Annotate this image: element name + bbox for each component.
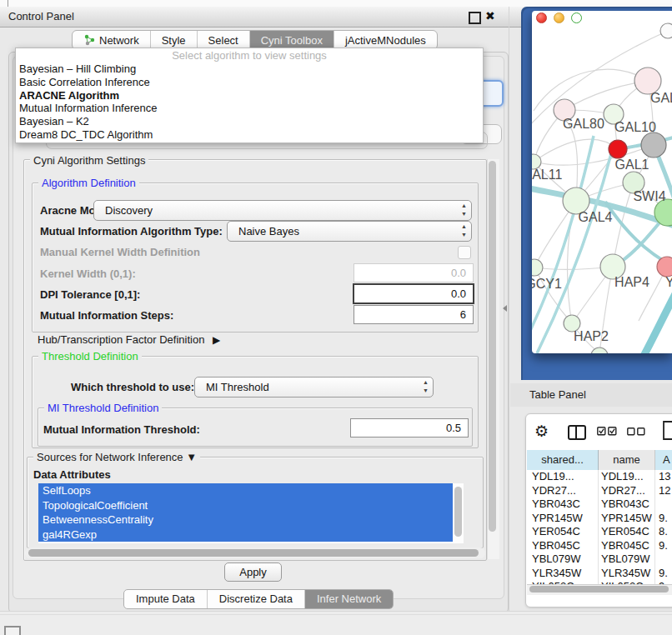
node-label: SWI4 [633, 189, 665, 203]
minimized-panel-icon[interactable] [4, 626, 21, 635]
column-header-shared-name[interactable]: shared... [527, 450, 599, 471]
file-icon[interactable] [663, 421, 672, 441]
node-gal1-selected[interactable] [609, 140, 627, 158]
table-column-divider [654, 470, 655, 584]
manual-kernel-checkbox[interactable] [458, 246, 471, 259]
algorithm-option[interactable]: Bayesian – Hill Climbing [16, 62, 483, 76]
node-label: GAL11 [532, 168, 562, 182]
bottom-strip-line [0, 614, 672, 615]
algorithm-dropdown-hint: Select algorithm to view settings [16, 48, 483, 62]
tab-select[interactable]: Select [197, 31, 249, 49]
tab-network[interactable]: Network [73, 31, 150, 49]
which-threshold-combo[interactable]: MI Threshold ▲▼ [194, 377, 434, 398]
node-label: Y [665, 275, 672, 289]
network-canvas[interactable]: GAL GAL80 GAL10 GAL1 GAL11 SWI4 GAL4 GCY… [532, 11, 672, 353]
deselect-all-icon[interactable] [627, 428, 645, 436]
kernel-width-label: Kernel Width (0,1): [40, 268, 136, 280]
tab-cyni-toolbox[interactable]: Cyni Toolbox [249, 31, 333, 49]
algorithm-definition-title: Algorithm Definition [38, 177, 139, 189]
attribute-item[interactable]: TopologicalCoefficient [38, 498, 453, 513]
node-label: GAL10 [614, 120, 656, 134]
node-label: GCY1 [532, 277, 562, 291]
network-window: GAL GAL80 GAL10 GAL1 GAL11 SWI4 GAL4 GCY… [532, 11, 672, 353]
apply-button[interactable]: Apply [224, 562, 282, 582]
tab-impute-data[interactable]: Impute Data [124, 590, 207, 608]
combo-arrows-icon: ▲▼ [461, 222, 467, 239]
node-label: GAL1 [615, 158, 649, 172]
mac-close-button[interactable] [536, 12, 547, 23]
settings-hscrollbar-thumb[interactable] [28, 549, 479, 557]
combo-arrows-icon: ▲▼ [423, 378, 429, 395]
table-column-divider [598, 470, 599, 584]
column-header-name[interactable]: name [599, 450, 655, 471]
table-row[interactable]: YER054CYER054C8. [527, 525, 672, 539]
mi-steps-label: Mutual Information Steps: [40, 309, 173, 322]
table-row[interactable]: YPR145WYPR145W9. [527, 512, 672, 526]
mac-minimize-button[interactable] [554, 12, 564, 23]
top-strip [0, 0, 672, 7]
which-threshold-label: Which threshold to use: [71, 381, 194, 393]
top-strip-tick [8, 0, 8, 7]
node-gcy1[interactable] [532, 259, 543, 276]
tab-style[interactable]: Style [150, 31, 197, 49]
cyni-algorithm-settings-title: Cyni Algorithm Settings [30, 154, 148, 167]
table-row[interactable]: YDR27...YDR27...12 [527, 484, 672, 498]
gear-icon[interactable]: ⚙ [534, 422, 549, 441]
panel-resize-arrow[interactable] [503, 305, 507, 312]
node-unlabeled[interactable] [660, 23, 672, 38]
algorithm-option-selected[interactable]: ARACNE Algorithm [16, 89, 483, 102]
dpi-tolerance-label: DPI Tolerance [0,1]: [40, 288, 140, 301]
column-header-partial[interactable]: A [655, 450, 672, 471]
node-salmon[interactable] [657, 257, 672, 277]
attribute-item[interactable]: gal4RGexp [38, 528, 453, 542]
control-panel-title: Control Panel [8, 10, 74, 22]
tab-network-label: Network [99, 34, 139, 47]
tab-infer-network[interactable]: Infer Network [304, 590, 393, 608]
close-icon[interactable]: ✖ [485, 9, 495, 22]
float-window-icon[interactable] [469, 12, 481, 24]
node-label: GAL4 [579, 210, 613, 224]
table-row[interactable]: YLR345WYLR345W9. [527, 567, 672, 581]
table-row[interactable]: YBL079WYBL079W [527, 552, 672, 567]
node-label: HAP4 [614, 275, 649, 289]
tab-jactivemnodules[interactable]: jActiveMNodules [333, 31, 437, 49]
table-row[interactable]: YBR045CYBR045C9. [527, 539, 672, 553]
algorithm-option[interactable]: Dream8 DC_TDC Algorithm [16, 128, 483, 142]
node-table[interactable]: YDL19...YDL19...13 YDR27...YDR27...12 YB… [527, 470, 672, 584]
combo-arrows-icon: ▲▼ [461, 202, 467, 218]
mac-zoom-button[interactable] [571, 12, 582, 23]
table-row[interactable]: YDL19...YDL19...13 [527, 470, 672, 484]
dpi-tolerance-field[interactable]: 0.0 [353, 283, 474, 304]
kernel-width-field[interactable]: 0.0 [354, 263, 474, 282]
data-attributes-label: Data Attributes [33, 468, 111, 481]
table-row[interactable]: YBR043CYBR043C [527, 498, 672, 512]
hub-definition-expander[interactable]: Hub/Transcription Factor Definition ▶ [38, 333, 220, 346]
tab-discretize-data[interactable]: Discretize Data [207, 590, 304, 608]
select-all-icon[interactable] [597, 427, 617, 436]
mi-type-combo[interactable]: Naive Bayes ▲▼ [227, 221, 472, 242]
settings-vscrollbar-thumb[interactable] [489, 161, 496, 532]
algorithm-option[interactable]: Mutual Information Inference [16, 102, 483, 115]
app-root: Control Panel ✖ Network Style Select Cyn… [0, 0, 672, 635]
panel-divider[interactable] [509, 7, 509, 612]
table-panel-header: Table Panel [510, 383, 672, 407]
mi-threshold-field[interactable]: 0.5 [350, 418, 469, 438]
algorithm-dropdown-list: Select algorithm to view settings Bayesi… [15, 48, 484, 143]
sources-group-title[interactable]: Sources for Network Inference ▼ [33, 451, 200, 463]
data-attributes-list[interactable]: SelfLoops TopologicalCoefficient Between… [38, 483, 453, 543]
algorithm-option[interactable]: Basic Correlation Inference [16, 76, 483, 89]
mi-steps-field[interactable]: 6 [354, 305, 474, 324]
node-gray[interactable] [641, 132, 666, 158]
threshold-definition-title: Threshold Definition [38, 350, 142, 362]
attribute-item[interactable]: BetweennessCentrality [38, 512, 453, 528]
network-icon [83, 34, 95, 46]
attribute-item[interactable]: SelfLoops [38, 483, 453, 498]
table-hscrollbar-thumb[interactable] [529, 586, 669, 592]
table-panel-title: Table Panel [529, 388, 586, 401]
mi-type-label: Mutual Information Algorithm Type: [40, 225, 223, 238]
aracne-mode-combo[interactable]: Discovery ▲▼ [93, 200, 472, 221]
algorithm-option[interactable]: Bayesian – K2 [16, 115, 483, 128]
split-view-icon[interactable] [568, 425, 586, 440]
bottom-tabbar: Impute Data Discretize Data Infer Networ… [123, 589, 394, 609]
attributes-scrollbar-thumb[interactable] [454, 487, 462, 537]
